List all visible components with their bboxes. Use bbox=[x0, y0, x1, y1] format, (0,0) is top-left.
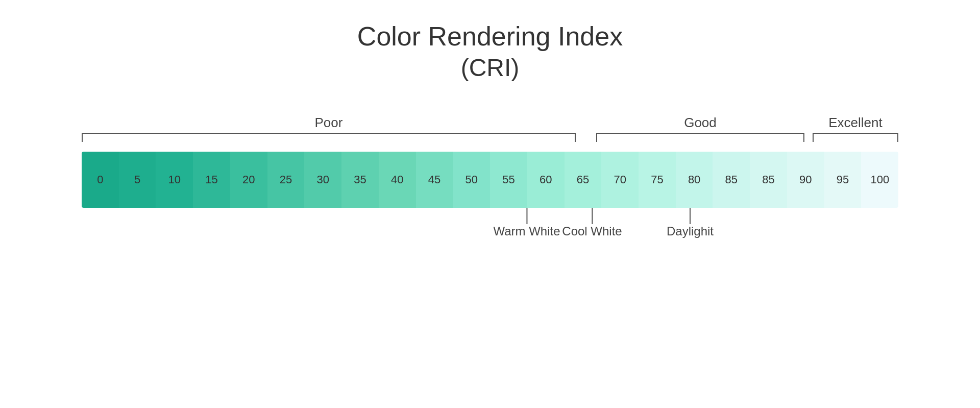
categories-row: Poor Good bbox=[82, 115, 898, 151]
annotation-cool-white: Cool White bbox=[562, 208, 622, 238]
color-bar: 0510152025303540455055606570758085859095… bbox=[82, 152, 898, 208]
sub-title: (CRI) bbox=[357, 52, 623, 84]
title-block: Color Rendering Index (CRI) bbox=[357, 20, 623, 84]
category-excellent-label: Excellent bbox=[828, 115, 883, 131]
bar-segment-95: 95 bbox=[824, 152, 862, 208]
category-good: Good bbox=[596, 115, 804, 143]
bar-segment-85: 85 bbox=[750, 152, 787, 208]
annotation-daylight-label: Daylighit bbox=[667, 224, 714, 238]
bar-segment-75: 75 bbox=[639, 152, 676, 208]
chart-area: Poor Good bbox=[82, 115, 898, 259]
category-good-label: Good bbox=[684, 115, 717, 131]
bar-segment-30: 30 bbox=[304, 152, 341, 208]
bar-segment-15: 15 bbox=[193, 152, 230, 208]
bar-segment-90: 90 bbox=[787, 152, 824, 208]
bar-segment-40: 40 bbox=[379, 152, 416, 208]
bar-segment-70: 70 bbox=[601, 152, 639, 208]
bar-segment-80: 80 bbox=[676, 152, 713, 208]
bar-segment-65: 65 bbox=[565, 152, 602, 208]
bar-segment-0: 0 bbox=[82, 152, 119, 208]
annotation-row: Warm White Cool White Daylighit bbox=[82, 208, 898, 259]
annotation-warm-white: Warm White bbox=[493, 208, 560, 238]
bar-segment-50: 50 bbox=[453, 152, 490, 208]
bar-segment-5: 5 bbox=[119, 152, 156, 208]
main-title: Color Rendering Index bbox=[357, 20, 623, 52]
annotation-warm-white-label: Warm White bbox=[493, 224, 560, 238]
bar-segment-100: 100 bbox=[861, 152, 898, 208]
category-poor: Poor bbox=[82, 115, 576, 143]
bar-segment-25: 25 bbox=[267, 152, 305, 208]
bar-segment-45: 45 bbox=[416, 152, 453, 208]
annotation-daylight: Daylighit bbox=[667, 208, 714, 238]
bar-segment-20: 20 bbox=[230, 152, 267, 208]
page-container: Color Rendering Index (CRI) Poor Good bbox=[0, 0, 980, 408]
bar-segment-55: 55 bbox=[490, 152, 527, 208]
bar-segment-60: 60 bbox=[527, 152, 565, 208]
bar-segment-35: 35 bbox=[341, 152, 379, 208]
annotation-cool-white-label: Cool White bbox=[562, 224, 622, 238]
bar-segment-85: 85 bbox=[713, 152, 750, 208]
bar-segment-10: 10 bbox=[156, 152, 193, 208]
category-excellent: Excellent bbox=[813, 115, 898, 143]
category-poor-label: Poor bbox=[315, 115, 343, 131]
